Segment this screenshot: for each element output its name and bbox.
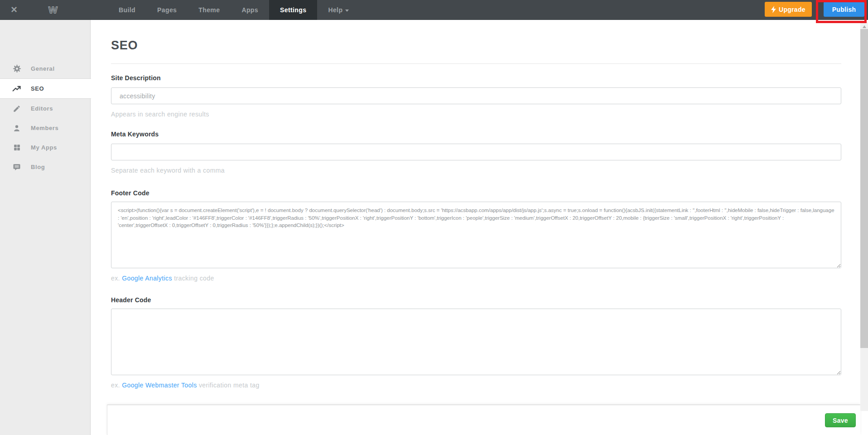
weebly-logo-icon[interactable]: W — [46, 3, 60, 19]
settings-sidebar: General SEO Editors — [0, 20, 91, 435]
header-code-label: Header Code — [111, 296, 841, 304]
nav-tab-theme[interactable]: Theme — [188, 0, 231, 20]
header-code-textarea[interactable] — [111, 309, 841, 375]
svg-text:W: W — [48, 5, 58, 15]
nav-tab-help[interactable]: Help — [317, 0, 360, 20]
top-bar: × W Build Pages Theme Apps Settings Help… — [0, 0, 868, 20]
helper-suffix: verification meta tag — [197, 382, 260, 389]
publish-button[interactable]: Publish — [824, 2, 864, 17]
site-description-label: Site Description — [111, 74, 841, 82]
seo-form: SEO Site Description Appears in search e… — [91, 20, 841, 389]
title-divider — [111, 63, 841, 64]
sidebar-item-label: My Apps — [31, 144, 57, 151]
sidebar-item-my-apps[interactable]: My Apps — [0, 138, 91, 157]
helper-suffix: tracking code — [172, 275, 214, 282]
lightning-bolt-icon — [771, 6, 776, 13]
nav-tab-help-label: Help — [328, 6, 342, 14]
close-icon[interactable]: × — [8, 0, 20, 20]
sidebar-item-label: General — [31, 65, 55, 72]
save-button[interactable]: Save — [825, 413, 856, 427]
pencil-icon — [12, 104, 21, 113]
helper-prefix: ex. — [111, 275, 122, 282]
nav-tab-pages[interactable]: Pages — [146, 0, 188, 20]
sidebar-item-blog[interactable]: Blog — [0, 157, 91, 177]
nav-tab-build[interactable]: Build — [108, 0, 146, 20]
trending-up-icon — [12, 84, 21, 93]
site-description-input[interactable] — [111, 87, 841, 104]
person-icon — [12, 124, 21, 133]
save-bar: Save — [107, 405, 860, 435]
upgrade-button-label: Upgrade — [779, 6, 805, 13]
sidebar-list: General SEO Editors — [0, 59, 91, 177]
gear-icon — [12, 64, 21, 73]
nav-tab-apps[interactable]: Apps — [231, 0, 269, 20]
upgrade-button[interactable]: Upgrade — [765, 2, 812, 17]
site-description-helper: Appears in search engine results — [111, 111, 841, 118]
footer-code-textarea[interactable]: <script>(function(){var s = document.cre… — [111, 202, 841, 268]
sidebar-item-label: Editors — [31, 105, 53, 112]
sidebar-item-members[interactable]: Members — [0, 118, 91, 138]
header-code-helper: ex. Google Webmaster Tools verification … — [111, 382, 841, 389]
chat-bubble-icon — [12, 163, 21, 172]
scrollbar-up-arrow-icon[interactable] — [863, 25, 866, 28]
meta-keywords-helper: Separate each keyword with a comma — [111, 167, 841, 174]
nav-tab-settings[interactable]: Settings — [269, 0, 317, 20]
meta-keywords-label: Meta Keywords — [111, 130, 841, 138]
main-nav: Build Pages Theme Apps Settings Help — [108, 0, 360, 20]
sidebar-item-editors[interactable]: Editors — [0, 99, 91, 118]
footer-code-helper: ex. Google Analytics tracking code — [111, 275, 841, 282]
footer-code-label: Footer Code — [111, 189, 841, 197]
page-title: SEO — [111, 39, 841, 53]
sidebar-item-seo[interactable]: SEO — [0, 78, 91, 99]
seo-settings-panel: SEO Site Description Appears in search e… — [91, 20, 860, 435]
sidebar-item-label: Blog — [31, 164, 45, 170]
sidebar-item-label: SEO — [31, 85, 44, 92]
meta-keywords-input[interactable] — [111, 144, 841, 160]
scrollbar-thumb[interactable] — [860, 29, 868, 348]
caret-down-icon — [345, 10, 349, 12]
grid-icon — [12, 143, 21, 152]
helper-prefix: ex. — [111, 382, 122, 389]
sidebar-item-general[interactable]: General — [0, 59, 91, 78]
google-webmaster-tools-link[interactable]: Google Webmaster Tools — [122, 382, 197, 389]
google-analytics-link[interactable]: Google Analytics — [122, 275, 172, 282]
sidebar-item-label: Members — [31, 125, 58, 131]
